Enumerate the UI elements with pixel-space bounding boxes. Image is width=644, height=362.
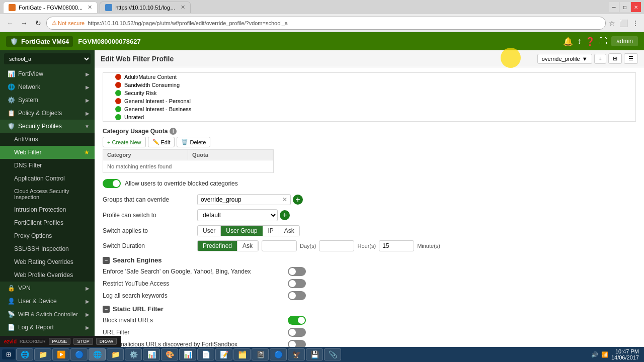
switch-applies-ip[interactable]: IP: [263, 226, 279, 236]
start-button[interactable]: ⊞: [2, 349, 15, 359]
browser-tab-inactive[interactable]: https://10.10.10.51/login... ✕: [100, 2, 191, 13]
taskbar-app-settings2[interactable]: ⚙️: [125, 348, 142, 360]
quota-empty-msg: No matching entries found: [103, 160, 273, 172]
sync-icon[interactable]: ↕: [577, 37, 581, 46]
pause-btn[interactable]: PAUSE: [49, 338, 71, 345]
taskbar-app-folder2[interactable]: 📁: [107, 348, 124, 360]
duration-ask-btn[interactable]: Ask: [237, 241, 258, 251]
browser-tab-inactive-close[interactable]: ✕: [181, 4, 185, 11]
allow-override-toggle[interactable]: [103, 179, 121, 188]
sidebar-item-policy[interactable]: 📋 Policy & Objects ▶: [0, 107, 95, 120]
duration-days-input[interactable]: [262, 240, 297, 251]
vdom-select[interactable]: school_a: [4, 53, 91, 64]
sidebar-item-user[interactable]: 👤 User & Device ▶: [0, 295, 95, 308]
sidebar-item-fortiview[interactable]: 📊 FortiView ▶: [0, 67, 95, 80]
sidebar-item-vpn[interactable]: 🔒 VPN ▶: [0, 282, 95, 295]
add-profile-btn[interactable]: +: [594, 54, 606, 64]
taskbar-app-excel[interactable]: 📊: [143, 348, 160, 360]
browser-tab-active[interactable]: FortiGate - FGVM08000... ✕: [3, 2, 98, 13]
browser-minimize-btn[interactable]: ─: [609, 2, 619, 12]
browser-tab-close[interactable]: ✕: [88, 4, 92, 11]
sidebar-item-ssl[interactable]: SSL/SSH Inspection: [0, 242, 95, 255]
taskbar-app-media[interactable]: ▶️: [52, 348, 69, 360]
taskbar-app-onenote[interactable]: 📓: [252, 348, 269, 360]
sidebar-item-appcontrol[interactable]: Application Control: [0, 172, 95, 185]
duration-minutes-input[interactable]: [379, 240, 414, 251]
sidebar-item-casi[interactable]: Cloud Access Security Inspection: [0, 185, 95, 203]
url-filter-toggle[interactable]: [288, 328, 306, 337]
edit-btn[interactable]: ✏️ Edit: [148, 137, 175, 147]
taskbar-app-db[interactable]: 🗂️: [233, 348, 251, 360]
browser-close-btn[interactable]: ✕: [631, 2, 641, 12]
grid-view-btn[interactable]: ⊞: [608, 53, 622, 64]
profile-switch-select[interactable]: default: [197, 209, 278, 221]
taskbar-app-acrobat[interactable]: 📄: [197, 348, 214, 360]
taskbar-app-misc1[interactable]: 🦅: [288, 348, 305, 360]
sidebar-label-appcontrol: Application Control: [14, 175, 65, 182]
help-icon[interactable]: ❓: [585, 37, 595, 46]
switch-applies-usergroup[interactable]: User Group: [221, 226, 263, 236]
bookmark-icon[interactable]: ☆: [608, 18, 616, 28]
sidebar-item-system[interactable]: ⚙️ System ▶: [0, 94, 95, 107]
fullscreen-icon[interactable]: ⛶: [599, 37, 607, 46]
vpn-icon: 🔒: [7, 285, 15, 292]
taskbar-app-misc2[interactable]: 💾: [306, 348, 323, 360]
groups-override-add[interactable]: +: [293, 195, 303, 205]
sidebar-item-ips[interactable]: Intrusion Protection: [0, 203, 95, 216]
reload-btn[interactable]: ↻: [32, 17, 44, 29]
taskbar-app-word[interactable]: 📝: [215, 348, 232, 360]
sidebar-label-webfilter: Web Filter: [14, 149, 41, 156]
sidebar-item-security-profiles[interactable]: 🛡️ Security Profiles ▼: [0, 120, 95, 133]
taskbar-app-explorer[interactable]: 📁: [34, 348, 51, 360]
block-invalid-toggle[interactable]: [288, 316, 306, 325]
switch-applies-ask[interactable]: Ask: [279, 226, 299, 236]
static-url-title: Static URL Filter: [113, 305, 164, 313]
sidebar-item-webprofile[interactable]: Web Profile Overrides: [0, 268, 95, 282]
groups-override-clear[interactable]: ✕: [279, 195, 290, 205]
sidebar-item-forticlient[interactable]: FortiClient Profiles: [0, 216, 95, 229]
switch-applies-user[interactable]: User: [198, 226, 221, 236]
delete-btn[interactable]: 🗑️ Delete: [177, 137, 210, 147]
vdom-selector[interactable]: school_a: [4, 53, 91, 64]
youtube-toggle[interactable]: [288, 279, 306, 288]
extensions-icon[interactable]: ⬜: [618, 18, 629, 28]
groups-override-input[interactable]: [198, 195, 279, 205]
taskbar-app-pp[interactable]: 📊: [179, 348, 196, 360]
draw-btn[interactable]: DRAW: [96, 338, 117, 345]
taskbar-app-pshop[interactable]: 🎨: [161, 348, 178, 360]
taskbar-app-ie[interactable]: 🌐: [16, 348, 33, 360]
sidebar-item-proxy[interactable]: Proxy Options: [0, 229, 95, 242]
quota-info-icon[interactable]: i: [170, 128, 177, 135]
admin-button[interactable]: admin: [611, 36, 638, 46]
stop-btn[interactable]: STOP: [73, 338, 93, 345]
profile-switch-add[interactable]: +: [280, 210, 290, 220]
switch-applies-buttons: User User Group IP Ask: [197, 225, 300, 236]
safe-search-toggle[interactable]: [288, 267, 306, 276]
taskbar-app-chrome2[interactable]: 🔵: [270, 348, 287, 360]
duration-hours-input[interactable]: [319, 240, 354, 251]
sidebar-item-network[interactable]: 🌐 Network ▶: [0, 80, 95, 94]
notification-icon[interactable]: 🔔: [563, 37, 573, 46]
sidebar-item-dnsfilter[interactable]: DNS Filter: [0, 159, 95, 172]
static-url-header[interactable]: – Static URL Filter: [103, 305, 636, 313]
taskbar-app-forti[interactable]: 🌐: [89, 348, 106, 360]
webfilter-star: ★: [84, 149, 90, 156]
profile-selector[interactable]: override_profile ▼: [537, 54, 592, 64]
sidebar-item-antivirus[interactable]: AntiVirus: [0, 133, 95, 146]
sidebar-item-webrating[interactable]: Web Rating Overrides: [0, 255, 95, 268]
create-new-btn[interactable]: + Create New: [103, 137, 146, 147]
sidebar-item-log[interactable]: 📄 Log & Report ▶: [0, 321, 95, 334]
address-input[interactable]: [88, 20, 600, 26]
search-engines-header[interactable]: – Search Engines: [103, 256, 636, 264]
forward-btn[interactable]: →: [18, 17, 30, 29]
sidebar-item-wifi[interactable]: 📡 WiFi & Switch Controller ▶: [0, 308, 95, 321]
back-btn[interactable]: ←: [4, 17, 16, 29]
settings-icon[interactable]: ⋮: [631, 18, 640, 28]
sidebar-item-webfilter[interactable]: Web Filter ★: [0, 146, 95, 159]
search-keywords-toggle[interactable]: [288, 291, 306, 300]
taskbar-app-chrome[interactable]: 🔵: [70, 348, 88, 360]
list-view-btn[interactable]: ☰: [624, 53, 638, 64]
duration-predefined-btn[interactable]: Predefined: [198, 241, 237, 251]
taskbar-app-misc3[interactable]: 📎: [324, 348, 341, 360]
browser-maximize-btn[interactable]: □: [620, 2, 630, 12]
